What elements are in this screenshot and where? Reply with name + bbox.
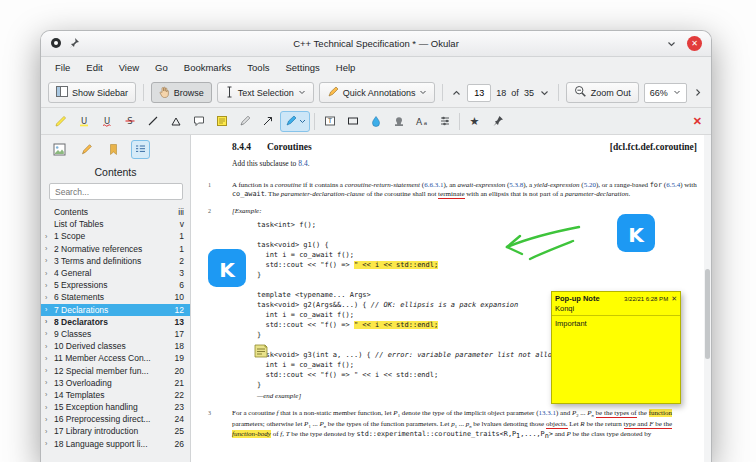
toc-item[interactable]: ›9 Classes17 <box>41 328 190 340</box>
pin-annotation-toolbar-icon[interactable] <box>487 111 508 132</box>
expander-icon[interactable]: › <box>45 270 54 277</box>
strikeout-tool-button[interactable]: S <box>119 111 140 132</box>
quick-annotations-button[interactable]: Quick Annotations <box>319 82 436 103</box>
rectangle-tool-button[interactable] <box>342 111 363 132</box>
expander-icon[interactable]: › <box>45 294 54 301</box>
toc-item[interactable]: ›5 Expressions6 <box>41 279 190 291</box>
popup-note[interactable]: Pop-up Note 3/22/21 6:28 PM ✕ Konqi Impo… <box>551 291 681 404</box>
toc-item[interactable]: ›14 Templates22 <box>41 389 190 401</box>
active-annotation-tool-button[interactable] <box>280 111 310 132</box>
kde-stamp-annotation[interactable]: K <box>208 249 246 287</box>
popup-note-close-button[interactable]: ✕ <box>671 295 677 303</box>
pin-icon[interactable] <box>68 35 80 53</box>
expander-icon[interactable]: › <box>45 343 54 350</box>
toc-search-input[interactable] <box>49 183 183 200</box>
toc-item[interactable]: ›4 General3 <box>41 267 190 279</box>
doc-link[interactable]: 5.3.8 <box>509 181 523 189</box>
text-selection-button[interactable]: Text Selection <box>217 82 314 103</box>
expander-icon[interactable]: › <box>45 379 54 386</box>
expander-icon[interactable]: › <box>45 428 54 435</box>
toc-item[interactable]: Contentsiii <box>41 206 190 218</box>
expander-icon[interactable]: › <box>45 282 54 289</box>
expander-icon[interactable]: › <box>45 404 54 411</box>
inline-note-tool-button[interactable] <box>188 111 209 132</box>
scrollbar-thumb[interactable] <box>705 269 710 359</box>
toc-item[interactable]: ›7 Declarations12 <box>41 304 190 316</box>
popup-note-body[interactable]: Important <box>552 316 680 403</box>
toc-item[interactable]: ›2 Normative references1 <box>41 243 190 255</box>
menu-edit[interactable]: Edit <box>78 60 110 75</box>
toc-item[interactable]: ›17 Library introduction25 <box>41 425 190 437</box>
polygon-tool-button[interactable] <box>165 111 186 132</box>
underline-tool-button[interactable]: U <box>73 111 94 132</box>
menu-settings[interactable]: Settings <box>278 60 328 75</box>
tab-thumbnails[interactable] <box>50 140 69 159</box>
menu-tools[interactable]: Tools <box>239 60 277 75</box>
doc-link[interactable]: 8.4 <box>298 159 307 168</box>
menu-help[interactable]: Help <box>328 60 364 75</box>
chevron-down-icon[interactable] <box>663 34 679 54</box>
window-close-button[interactable]: ✕ <box>687 36 702 51</box>
toc-item[interactable]: ›10 Derived classes18 <box>41 340 190 352</box>
arrow-tool-button[interactable] <box>257 111 278 132</box>
previous-page-button[interactable] <box>450 83 462 103</box>
stamp-tool-button[interactable] <box>388 111 409 132</box>
expander-icon[interactable]: › <box>45 416 54 423</box>
expander-icon[interactable]: › <box>45 440 54 447</box>
expander-icon[interactable]: › <box>45 318 54 325</box>
popup-note-tool-button[interactable] <box>211 111 232 132</box>
toc-item[interactable]: List of Tablesv <box>41 218 190 230</box>
toc-item[interactable]: ›13 Overloading21 <box>41 377 190 389</box>
doc-link[interactable]: 13.3.1 <box>539 409 557 417</box>
highlighter-tool-button[interactable] <box>50 111 71 132</box>
expander-icon[interactable]: › <box>45 257 54 264</box>
tab-annotations[interactable] <box>77 140 96 159</box>
menu-view[interactable]: View <box>111 60 147 75</box>
toc-item[interactable]: ›8 Declarators13 <box>41 316 190 328</box>
expander-icon[interactable]: › <box>45 391 54 398</box>
next-page-button[interactable] <box>539 83 551 103</box>
expander-icon[interactable]: › <box>45 367 54 374</box>
page-number-input[interactable] <box>467 84 491 102</box>
toc-item[interactable]: ›6 Statements10 <box>41 291 190 303</box>
show-sidebar-button[interactable]: Show Sidebar <box>48 82 136 103</box>
ink-tool-button[interactable] <box>365 111 386 132</box>
squiggle-tool-button[interactable]: U <box>96 111 117 132</box>
adjust-settings-icon[interactable] <box>434 111 455 132</box>
toc-item[interactable]: ›15 Exception handling23 <box>41 401 190 413</box>
toc-item[interactable]: ›16 Preprocessing direct...24 <box>41 413 190 425</box>
doc-link[interactable]: 5.20 <box>584 181 596 189</box>
doc-link[interactable]: 6.6.3.1 <box>424 181 443 189</box>
menu-bookmarks[interactable]: Bookmarks <box>176 60 240 75</box>
titlebar[interactable]: C++ Technical Specification * — Okular ✕ <box>41 31 711 57</box>
zoom-out-button[interactable]: Zoom Out <box>566 82 639 103</box>
kde-stamp-annotation[interactable]: K <box>617 214 655 252</box>
browse-tool-button[interactable]: Browse <box>151 82 212 103</box>
typewriter-tool-button[interactable]: T <box>319 111 340 132</box>
toc-item[interactable]: ›3 Terms and definitions2 <box>41 255 190 267</box>
expander-icon[interactable]: › <box>45 233 54 240</box>
document-view[interactable]: 8.4.4Coroutines [dcl.fct.def.coroutine] … <box>191 135 711 462</box>
menu-go[interactable]: Go <box>147 60 176 75</box>
doc-link[interactable]: 6.5.4 <box>666 181 680 189</box>
tab-bookmarks[interactable] <box>104 140 123 159</box>
vertical-scrollbar[interactable] <box>704 135 711 462</box>
menu-file[interactable]: File <box>47 60 78 75</box>
freehand-tool-button[interactable] <box>234 111 255 132</box>
expander-icon[interactable]: › <box>45 245 54 252</box>
font-size-tool-button[interactable]: Aa <box>411 111 432 132</box>
tab-contents[interactable] <box>131 140 150 159</box>
expander-icon[interactable]: › <box>45 306 54 313</box>
zoom-level-select[interactable]: 66% <box>644 83 687 103</box>
expander-icon[interactable]: › <box>45 330 54 337</box>
close-annotation-toolbar-button[interactable]: ✕ <box>693 115 702 128</box>
expander-icon[interactable]: › <box>45 355 54 362</box>
favorite-star-icon[interactable]: ★ <box>464 111 485 132</box>
toc-item[interactable]: ›11 Member Access Con...19 <box>41 352 190 364</box>
straight-line-tool-button[interactable] <box>142 111 163 132</box>
toc-item[interactable]: ›12 Special member fun...20 <box>41 364 190 376</box>
toc-item[interactable]: ›18 Language support li...26 <box>41 438 190 450</box>
toolbar-overflow-button[interactable] <box>692 83 704 103</box>
note-annotation-icon[interactable] <box>253 343 269 363</box>
toc-item[interactable]: ›1 Scope1 <box>41 230 190 242</box>
